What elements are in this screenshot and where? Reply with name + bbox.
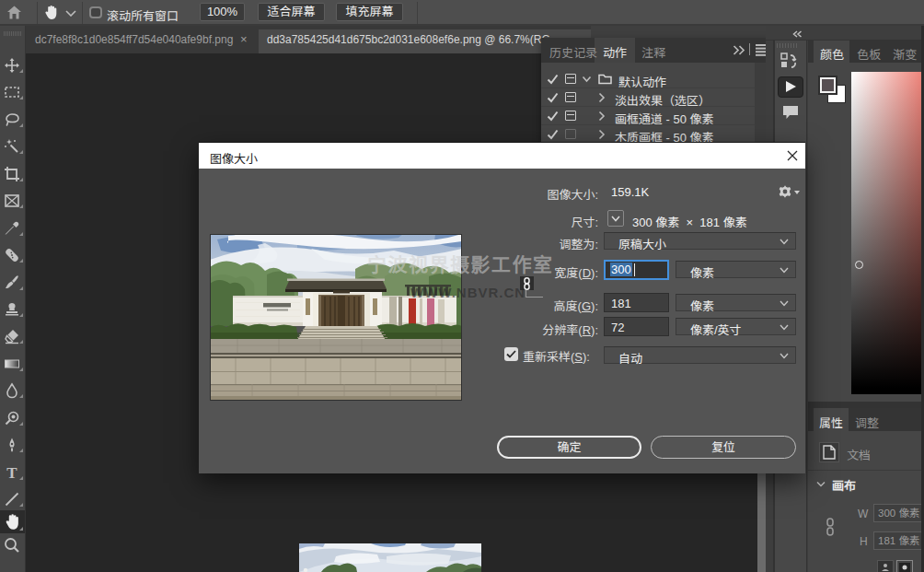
svg-text:T: T <box>6 464 17 482</box>
